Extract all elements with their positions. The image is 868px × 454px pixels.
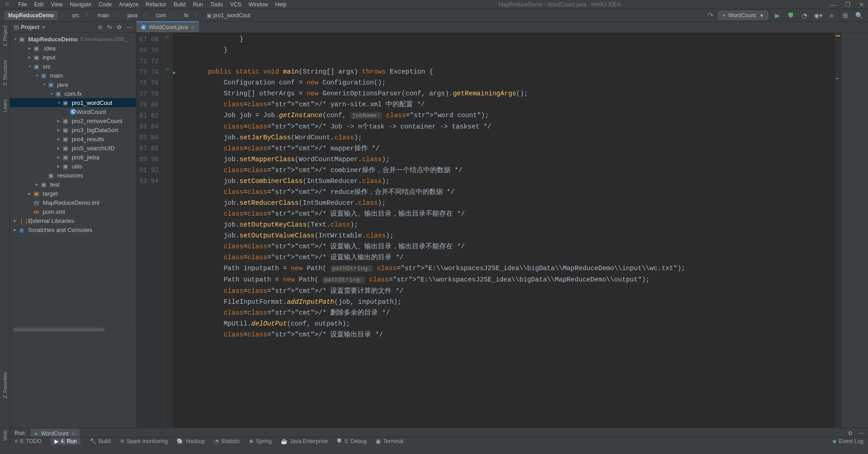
folder-icon: ▤ bbox=[34, 199, 41, 206]
window-title: MapReduceDemo - WordCount.java - Intelli… bbox=[289, 1, 830, 8]
maximize-button[interactable]: ❐ bbox=[845, 1, 851, 8]
menu-window[interactable]: Window bbox=[246, 1, 271, 8]
run-tab-wordcount[interactable]: ▶ WordCount ✕ bbox=[30, 429, 79, 438]
menu-analyze[interactable]: Analyze bbox=[116, 1, 141, 8]
search-button[interactable]: 🔍 bbox=[854, 11, 863, 20]
menu-view[interactable]: View bbox=[48, 1, 65, 8]
tree-external-libs[interactable]: ▶❘❘❘External Libraries bbox=[10, 216, 136, 225]
bc-main[interactable]: main bbox=[94, 11, 113, 20]
bottom-debug[interactable]: ⛊ 5: Debug bbox=[337, 438, 367, 444]
event-log[interactable]: ● Event Log bbox=[832, 437, 863, 445]
menu-refactor[interactable]: Refactor bbox=[143, 1, 169, 8]
window-controls: — ❐ ✕ bbox=[830, 1, 864, 8]
tree-node-java[interactable]: ▼▣java bbox=[10, 80, 136, 89]
menu-tools[interactable]: Tools bbox=[208, 1, 226, 8]
menu-vcs[interactable]: VCS bbox=[228, 1, 244, 8]
editor-overview-ruler[interactable] bbox=[834, 33, 841, 428]
strip-web[interactable]: Web bbox=[2, 430, 8, 440]
project-view-dropdown[interactable]: ▾ bbox=[42, 24, 45, 30]
run-line-marker-icon[interactable]: ▶ bbox=[173, 67, 176, 78]
tree-node-pro3_bigDataSort[interactable]: ▶▣pro3_bigDataSort bbox=[10, 125, 136, 134]
tree-node-pro1_wordCout[interactable]: ▼▣pro1_wordCout bbox=[10, 98, 136, 107]
project-panel: ▤ Project ▾ ⊚ ⇆ ✿ — ▼▣ MapReduceDemo E:\… bbox=[10, 22, 136, 332]
tree-node-main[interactable]: ▼▣main bbox=[10, 71, 136, 80]
coverage-button[interactable]: ◔ bbox=[800, 11, 809, 20]
menu-file[interactable]: File bbox=[15, 1, 30, 8]
bottom-todo[interactable]: ≡ 6: TODO bbox=[15, 438, 42, 444]
editor-minimap[interactable] bbox=[841, 33, 868, 428]
tree-node-pro5_searchUID[interactable]: ▶▣pro5_searchUID bbox=[10, 143, 136, 153]
project-panel-title[interactable]: Project bbox=[21, 24, 40, 30]
bottom-build[interactable]: 🔨 Build bbox=[89, 438, 111, 444]
tree-node-target[interactable]: ▶▣target bbox=[10, 189, 136, 198]
run-button[interactable]: ▶ bbox=[773, 11, 782, 20]
close-button[interactable]: ✕ bbox=[859, 1, 864, 8]
menu-build[interactable]: Build bbox=[171, 1, 188, 8]
run-hide-icon[interactable]: — bbox=[858, 430, 863, 436]
tree-node-pom-xml[interactable]: mpom.xml bbox=[10, 207, 136, 216]
bc-fx[interactable]: fx bbox=[180, 11, 192, 20]
run-config-selector[interactable]: WordCount bbox=[718, 11, 768, 20]
line-gutter[interactable]: 67 68 69 70 71 72 73 74 75 76 77 78 79 8… bbox=[136, 33, 164, 428]
bc-project[interactable]: MapReduceDemo bbox=[5, 11, 58, 20]
tree-node-utils[interactable]: ▶▣utils bbox=[10, 162, 136, 171]
java-class-icon: C bbox=[70, 109, 76, 115]
strip-favorites[interactable]: 2: Favorites bbox=[2, 372, 8, 398]
bottom-spring[interactable]: ❀ Spring bbox=[249, 438, 272, 444]
close-tab-icon[interactable]: ✕ bbox=[191, 25, 194, 30]
project-panel-header: ▤ Project ▾ ⊚ ⇆ ✿ — bbox=[10, 22, 136, 33]
tree-node-test[interactable]: ▶▣test bbox=[10, 180, 136, 189]
bottom-statistic[interactable]: ◔ Statistic bbox=[214, 438, 240, 444]
project-tree[interactable]: ▼▣ MapReduceDemo E:\workspacesJ2SE_ ▶▣.i… bbox=[10, 33, 136, 236]
bc-src[interactable]: src bbox=[69, 11, 83, 20]
debug-button[interactable]: ⛊ bbox=[786, 11, 795, 20]
menu-code[interactable]: Code bbox=[96, 1, 114, 8]
folder-icon: ▣ bbox=[63, 145, 70, 152]
tree-node-MapReduceDemo-iml[interactable]: ▤MapReduceDemo.iml bbox=[10, 198, 136, 207]
bottom-terminal[interactable]: ▣ Terminal bbox=[376, 438, 403, 444]
run-settings-icon[interactable]: ✿ bbox=[848, 430, 853, 436]
close-run-tab-icon[interactable]: ✕ bbox=[71, 431, 75, 436]
bottom-spark[interactable]: ✳ Spark monitoring bbox=[120, 438, 168, 444]
tree-node--idea[interactable]: ▶▣.idea bbox=[10, 44, 136, 53]
title-bar: fx File Edit View Navigate Code Analyze … bbox=[0, 0, 868, 9]
vcs-button[interactable]: ⊞ bbox=[841, 11, 850, 20]
tree-root[interactable]: ▼▣ MapReduceDemo E:\workspacesJ2SE_ bbox=[10, 35, 136, 44]
settings-icon[interactable]: ✿ bbox=[117, 24, 122, 30]
menu-edit[interactable]: Edit bbox=[31, 1, 46, 8]
stop-button[interactable]: ■ bbox=[827, 11, 836, 20]
menu-help[interactable]: Help bbox=[273, 1, 289, 8]
folder-icon: ▣ bbox=[34, 63, 41, 70]
menu-navigate[interactable]: Navigate bbox=[67, 1, 94, 8]
project-hscroll[interactable] bbox=[14, 328, 104, 331]
tree-node-pro2_removeCount[interactable]: ▶▣pro2_removeCount bbox=[10, 116, 136, 125]
tree-node-com-fx[interactable]: ▼▣com.fx bbox=[10, 89, 136, 98]
bottom-run[interactable]: ▶ 4: Run bbox=[51, 438, 80, 445]
bottom-hadoop[interactable]: 🐘 Hadoop bbox=[177, 438, 205, 444]
back-arrow-icon[interactable]: ↶ bbox=[708, 11, 714, 20]
menu-run[interactable]: Run bbox=[190, 1, 206, 8]
strip-learn[interactable]: Learn bbox=[2, 99, 8, 112]
folder-icon: ▣ bbox=[55, 90, 63, 97]
bc-com[interactable]: com bbox=[152, 11, 170, 20]
strip-project[interactable]: 1: Project bbox=[2, 25, 8, 46]
strip-structure[interactable]: 2: Structure bbox=[2, 60, 8, 86]
tree-node-pro6_jieba[interactable]: ▶▣pro6_jieba bbox=[10, 153, 136, 162]
hide-panel-icon[interactable]: — bbox=[126, 24, 132, 30]
editor-tab-wordcount[interactable]: C WordCount.java ✕ bbox=[136, 21, 199, 32]
bottom-java-ee[interactable]: ☕ Java Enterprise bbox=[281, 438, 327, 444]
fold-column[interactable]: ⊟ ⊟ bbox=[164, 33, 173, 428]
minimize-button[interactable]: — bbox=[830, 1, 837, 8]
tree-node-WordCount[interactable]: CWordCount bbox=[10, 107, 136, 116]
bc-java[interactable]: java bbox=[124, 11, 141, 20]
tree-node-input[interactable]: ▶▣input bbox=[10, 53, 136, 62]
bc-pkg[interactable]: ▣ pro1_wordCout bbox=[203, 11, 254, 20]
select-opened-file-icon[interactable]: ⊚ bbox=[98, 24, 103, 30]
tree-scratches[interactable]: ▶◉Scratches and Consoles bbox=[10, 225, 136, 234]
expand-all-icon[interactable]: ⇆ bbox=[107, 24, 112, 30]
tree-node-pro4_results[interactable]: ▶▣pro4_results bbox=[10, 134, 136, 143]
tree-node-resources[interactable]: ▣resources bbox=[10, 171, 136, 180]
tree-node-src[interactable]: ▼▣src bbox=[10, 62, 136, 71]
profile-button[interactable]: ◉▾ bbox=[813, 11, 823, 20]
code-editor[interactable]: } } public static void main(String[] arg… bbox=[173, 33, 834, 428]
